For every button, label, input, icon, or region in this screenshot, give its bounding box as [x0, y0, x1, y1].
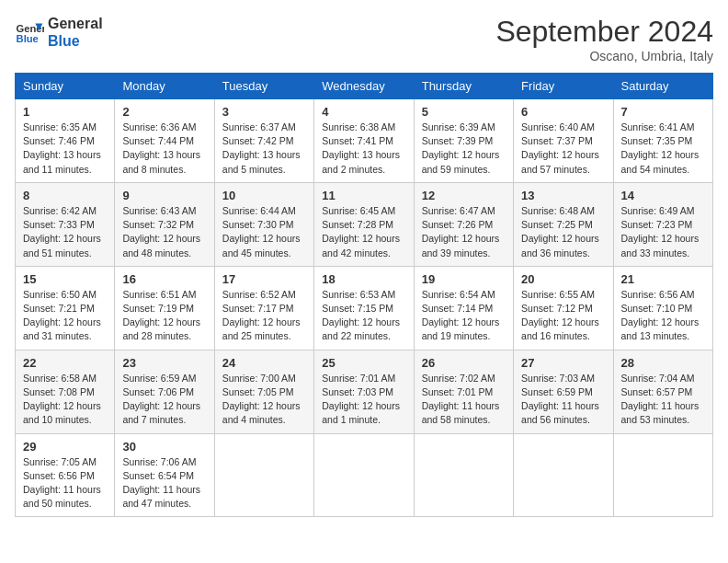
- day-number: 16: [122, 272, 206, 286]
- day-number: 3: [222, 105, 306, 119]
- day-cell: 14Sunrise: 6:49 AMSunset: 7:23 PMDayligh…: [613, 182, 712, 266]
- day-cell: 5Sunrise: 6:39 AMSunset: 7:39 PMDaylight…: [414, 99, 513, 183]
- day-cell: 24Sunrise: 7:00 AMSunset: 7:05 PMDayligh…: [214, 350, 313, 433]
- logo: General Blue General Blue: [15, 15, 103, 50]
- day-info: Sunrise: 6:39 AMSunset: 7:39 PMDaylight:…: [422, 121, 506, 177]
- day-number: 20: [521, 272, 605, 286]
- day-number: 19: [422, 272, 506, 286]
- week-row-5: 29Sunrise: 7:05 AMSunset: 6:56 PMDayligh…: [16, 433, 713, 517]
- day-cell: 4Sunrise: 6:38 AMSunset: 7:41 PMDaylight…: [314, 99, 414, 183]
- day-info: Sunrise: 6:58 AMSunset: 7:08 PMDaylight:…: [23, 372, 107, 428]
- day-info: Sunrise: 6:49 AMSunset: 7:23 PMDaylight:…: [621, 204, 705, 260]
- header-cell-sunday: Sunday: [16, 74, 115, 99]
- week-row-2: 8Sunrise: 6:42 AMSunset: 7:33 PMDaylight…: [16, 182, 713, 266]
- day-number: 21: [621, 272, 705, 286]
- day-number: 27: [521, 356, 605, 370]
- day-cell: 28Sunrise: 7:04 AMSunset: 6:57 PMDayligh…: [613, 350, 712, 433]
- day-cell: 17Sunrise: 6:52 AMSunset: 7:17 PMDayligh…: [214, 266, 313, 350]
- day-number: 18: [322, 272, 405, 286]
- day-info: Sunrise: 6:54 AMSunset: 7:14 PMDaylight:…: [422, 288, 506, 344]
- day-cell: 27Sunrise: 7:03 AMSunset: 6:59 PMDayligh…: [514, 350, 613, 433]
- day-cell: 30Sunrise: 7:06 AMSunset: 6:54 PMDayligh…: [115, 433, 214, 517]
- logo-text-blue: Blue: [48, 32, 103, 50]
- day-cell: 7Sunrise: 6:41 AMSunset: 7:35 PMDaylight…: [613, 99, 712, 183]
- day-info: Sunrise: 7:01 AMSunset: 7:03 PMDaylight:…: [322, 372, 405, 428]
- day-info: Sunrise: 6:38 AMSunset: 7:41 PMDaylight:…: [322, 121, 405, 177]
- day-number: 23: [122, 356, 206, 370]
- day-cell: 6Sunrise: 6:40 AMSunset: 7:37 PMDaylight…: [514, 99, 613, 183]
- header-cell-saturday: Saturday: [613, 74, 712, 99]
- day-info: Sunrise: 6:56 AMSunset: 7:10 PMDaylight:…: [621, 288, 705, 344]
- day-number: 9: [122, 189, 206, 202]
- day-info: Sunrise: 6:35 AMSunset: 7:46 PMDaylight:…: [23, 121, 107, 177]
- day-number: 4: [322, 105, 405, 119]
- day-number: 17: [222, 272, 306, 286]
- day-cell: 25Sunrise: 7:01 AMSunset: 7:03 PMDayligh…: [314, 350, 414, 433]
- day-number: 2: [122, 105, 206, 119]
- day-info: Sunrise: 6:37 AMSunset: 7:42 PMDaylight:…: [222, 121, 306, 177]
- day-info: Sunrise: 6:50 AMSunset: 7:21 PMDaylight:…: [23, 288, 107, 344]
- day-number: 28: [621, 356, 705, 370]
- day-cell: 29Sunrise: 7:05 AMSunset: 6:56 PMDayligh…: [16, 433, 115, 517]
- header-row: SundayMondayTuesdayWednesdayThursdayFrid…: [16, 74, 713, 99]
- day-cell: 26Sunrise: 7:02 AMSunset: 7:01 PMDayligh…: [414, 350, 513, 433]
- week-row-4: 22Sunrise: 6:58 AMSunset: 7:08 PMDayligh…: [16, 350, 713, 433]
- calendar-header: SundayMondayTuesdayWednesdayThursdayFrid…: [16, 74, 713, 99]
- day-cell: 9Sunrise: 6:43 AMSunset: 7:32 PMDaylight…: [115, 182, 214, 266]
- page-header: General Blue General Blue September 2024…: [15, 15, 713, 63]
- day-number: 6: [521, 105, 605, 119]
- day-cell: [314, 433, 414, 517]
- month-title: September 2024: [495, 15, 713, 49]
- day-cell: 2Sunrise: 6:36 AMSunset: 7:44 PMDaylight…: [115, 99, 214, 183]
- calendar-table: SundayMondayTuesdayWednesdayThursdayFrid…: [15, 73, 713, 517]
- day-info: Sunrise: 7:04 AMSunset: 6:57 PMDaylight:…: [621, 372, 705, 428]
- day-number: 26: [422, 356, 506, 370]
- day-number: 25: [322, 356, 405, 370]
- day-number: 8: [23, 189, 107, 202]
- header-cell-wednesday: Wednesday: [314, 74, 414, 99]
- day-info: Sunrise: 6:52 AMSunset: 7:17 PMDaylight:…: [222, 288, 306, 344]
- day-info: Sunrise: 7:00 AMSunset: 7:05 PMDaylight:…: [222, 372, 306, 428]
- day-info: Sunrise: 6:48 AMSunset: 7:25 PMDaylight:…: [521, 204, 605, 260]
- day-info: Sunrise: 6:42 AMSunset: 7:33 PMDaylight:…: [23, 204, 107, 260]
- day-info: Sunrise: 6:41 AMSunset: 7:35 PMDaylight:…: [621, 121, 705, 177]
- day-number: 15: [23, 272, 107, 286]
- day-info: Sunrise: 6:59 AMSunset: 7:06 PMDaylight:…: [122, 372, 206, 428]
- day-cell: 23Sunrise: 6:59 AMSunset: 7:06 PMDayligh…: [115, 350, 214, 433]
- day-cell: 13Sunrise: 6:48 AMSunset: 7:25 PMDayligh…: [514, 182, 613, 266]
- day-number: 29: [23, 440, 107, 454]
- day-cell: 8Sunrise: 6:42 AMSunset: 7:33 PMDaylight…: [16, 182, 115, 266]
- day-cell: [414, 433, 513, 517]
- day-info: Sunrise: 6:53 AMSunset: 7:15 PMDaylight:…: [322, 288, 405, 344]
- day-cell: 12Sunrise: 6:47 AMSunset: 7:26 PMDayligh…: [414, 182, 513, 266]
- day-info: Sunrise: 6:44 AMSunset: 7:30 PMDaylight:…: [222, 204, 306, 260]
- calendar-body: 1Sunrise: 6:35 AMSunset: 7:46 PMDaylight…: [16, 99, 713, 517]
- day-cell: 20Sunrise: 6:55 AMSunset: 7:12 PMDayligh…: [514, 266, 613, 350]
- day-number: 7: [621, 105, 705, 119]
- day-info: Sunrise: 6:55 AMSunset: 7:12 PMDaylight:…: [521, 288, 605, 344]
- location-subtitle: Oscano, Umbria, Italy: [495, 49, 713, 63]
- day-number: 14: [621, 189, 705, 202]
- title-block: September 2024 Oscano, Umbria, Italy: [495, 15, 713, 63]
- day-number: 22: [23, 356, 107, 370]
- day-cell: [514, 433, 613, 517]
- logo-text-general: General: [48, 15, 103, 32]
- day-number: 30: [122, 440, 206, 454]
- day-number: 11: [322, 189, 405, 202]
- day-number: 24: [222, 356, 306, 370]
- day-info: Sunrise: 6:51 AMSunset: 7:19 PMDaylight:…: [122, 288, 206, 344]
- day-cell: 3Sunrise: 6:37 AMSunset: 7:42 PMDaylight…: [214, 99, 313, 183]
- week-row-1: 1Sunrise: 6:35 AMSunset: 7:46 PMDaylight…: [16, 99, 713, 183]
- header-cell-tuesday: Tuesday: [214, 74, 313, 99]
- day-number: 1: [23, 105, 107, 119]
- day-number: 12: [422, 189, 506, 202]
- day-cell: [214, 433, 313, 517]
- day-cell: 10Sunrise: 6:44 AMSunset: 7:30 PMDayligh…: [214, 182, 313, 266]
- day-cell: 22Sunrise: 6:58 AMSunset: 7:08 PMDayligh…: [16, 350, 115, 433]
- logo-icon: General Blue: [15, 17, 44, 47]
- day-cell: [613, 433, 712, 517]
- week-row-3: 15Sunrise: 6:50 AMSunset: 7:21 PMDayligh…: [16, 266, 713, 350]
- day-cell: 18Sunrise: 6:53 AMSunset: 7:15 PMDayligh…: [314, 266, 414, 350]
- day-cell: 15Sunrise: 6:50 AMSunset: 7:21 PMDayligh…: [16, 266, 115, 350]
- day-info: Sunrise: 7:06 AMSunset: 6:54 PMDaylight:…: [122, 455, 206, 511]
